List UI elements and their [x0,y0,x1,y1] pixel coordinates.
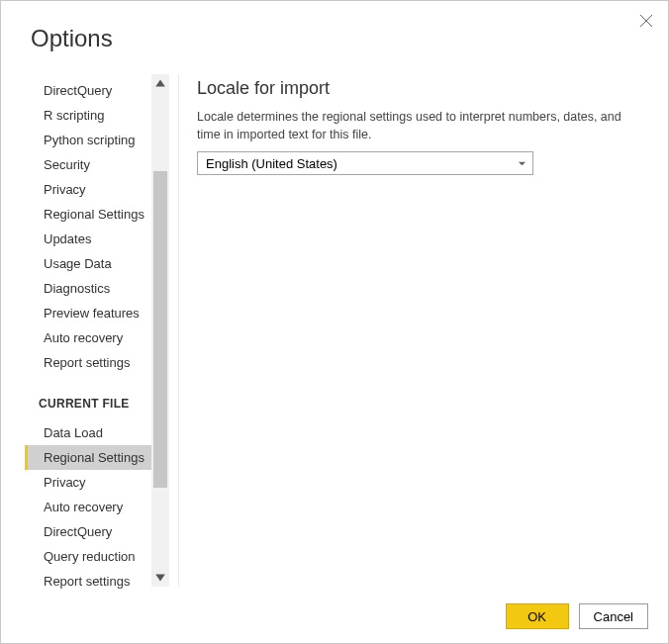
sidebar-item-security[interactable]: Security [25,152,151,177]
cancel-button[interactable]: Cancel [579,603,648,629]
sidebar-item-regional-settings[interactable]: Regional Settings [25,202,151,227]
scroll-thumb[interactable] [153,171,167,488]
locale-dropdown[interactable]: English (United States) [197,151,533,175]
sidebar-item-file-directquery[interactable]: DirectQuery [25,519,151,544]
sidebar-item-file-auto-recovery[interactable]: Auto recovery [25,495,151,519]
svg-marker-2 [155,79,165,86]
sidebar-item-directquery[interactable]: DirectQuery [25,78,151,103]
svg-marker-3 [155,574,165,581]
chevron-down-icon [518,156,526,171]
sidebar-item-file-query-reduction[interactable]: Query reduction [25,544,151,569]
ok-button[interactable]: OK [506,603,569,629]
sidebar-item-file-privacy[interactable]: Privacy [25,470,151,495]
sidebar-item-privacy[interactable]: Privacy [25,177,151,202]
sidebar-item-file-data-load[interactable]: Data Load [25,420,151,445]
sidebar-item-usage-data[interactable]: Usage Data [25,251,151,276]
sidebar-item-file-report-settings[interactable]: Report settings [25,569,151,594]
sidebar-scrollbar[interactable] [151,74,169,587]
sidebar-item-preview-features[interactable]: Preview features [25,301,151,325]
page-title: Options [1,1,668,52]
scroll-down-icon[interactable] [151,569,169,587]
sidebar-item-r-scripting[interactable]: R scripting [25,103,151,128]
main-panel: Locale for import Locale determines the … [179,74,668,587]
close-icon[interactable] [638,13,654,29]
sidebar-item-updates[interactable]: Updates [25,227,151,251]
sidebar-section-header: CURRENT FILE [25,375,151,420]
locale-description: Locale determines the regional settings … [197,109,632,143]
sidebar: DirectQuery R scripting Python scripting… [25,74,151,587]
scroll-up-icon[interactable] [151,74,169,92]
locale-dropdown-value: English (United States) [206,156,337,171]
sidebar-item-report-settings[interactable]: Report settings [25,350,151,375]
sidebar-item-python-scripting[interactable]: Python scripting [25,128,151,152]
sidebar-item-auto-recovery[interactable]: Auto recovery [25,325,151,350]
locale-heading: Locale for import [197,78,644,99]
sidebar-item-file-regional-settings[interactable]: Regional Settings [25,445,151,470]
svg-marker-4 [519,161,526,165]
sidebar-item-diagnostics[interactable]: Diagnostics [25,276,151,301]
